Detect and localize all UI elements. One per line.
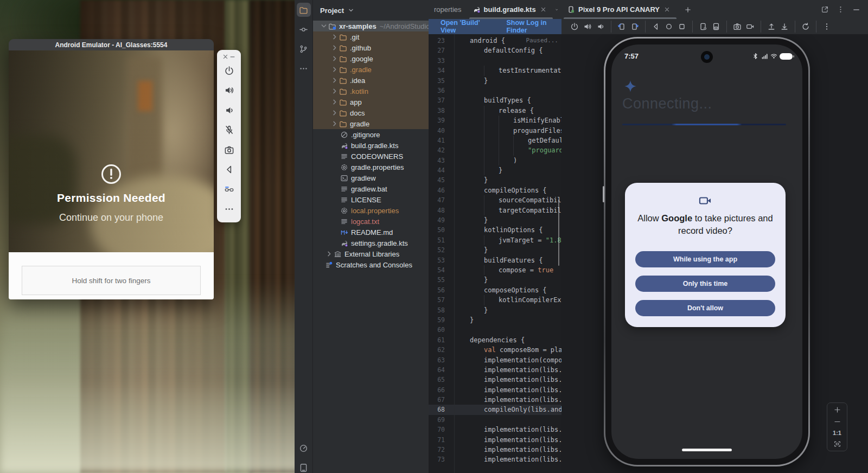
device-device-keyboard-button[interactable]: [710, 21, 723, 33]
while-using-app-button[interactable]: While using the app: [635, 251, 775, 267]
hide-panel-icon[interactable]: [852, 5, 860, 14]
tree-item--kotlin[interactable]: .kotlin: [313, 86, 429, 97]
code-line-71[interactable]: 71implementation(libs.andro: [429, 435, 561, 445]
tree-item-codeowners[interactable]: CODEOWNERS: [313, 151, 429, 162]
zoom-in-icon[interactable]: [833, 406, 841, 414]
chevron-right-icon[interactable]: [330, 65, 339, 74]
volume-down-button[interactable]: [217, 100, 241, 120]
zoom-out-icon[interactable]: [833, 418, 841, 426]
code-line-56[interactable]: 56composeOptions {: [429, 285, 561, 295]
emulator-title[interactable]: Android Emulator - AI_Glasses:5554: [9, 39, 214, 50]
device-device-settings-button[interactable]: [697, 21, 710, 33]
tab-pixel-9-pro[interactable]: Pixel 9 Pro API CANARY: [561, 0, 679, 19]
chevron-right-icon[interactable]: [330, 108, 339, 117]
code-line-35[interactable]: 35}: [429, 76, 561, 86]
device-volume-up-button[interactable]: [581, 21, 594, 33]
code-line-62[interactable]: 62val composeBom = platform: [429, 345, 561, 355]
tree-item-external-libraries[interactable]: External Libraries: [313, 248, 429, 259]
tab-build-gradle-kts[interactable]: build.gradle.kts: [467, 0, 555, 19]
tree-item-gradle[interactable]: gradle: [313, 118, 429, 129]
chevron-right-icon[interactable]: [330, 43, 339, 52]
code-line-52[interactable]: 52}: [429, 245, 561, 255]
tree-item-gradlew[interactable]: gradlew: [313, 172, 429, 183]
volume-up-button[interactable]: [217, 81, 241, 101]
tree-item--github[interactable]: .github: [313, 42, 429, 53]
code-line-59[interactable]: 59}: [429, 315, 561, 325]
emulator-screen[interactable]: Permission Needed Continue on your phone: [9, 50, 214, 252]
tree-item--gitignore[interactable]: .gitignore: [313, 129, 429, 140]
code-line-54[interactable]: 54compose = true: [429, 265, 561, 275]
code-line-67[interactable]: 67implementation(libs.kotli: [429, 395, 561, 405]
power-button[interactable]: [217, 61, 241, 81]
code-line-51[interactable]: 51jvmTarget = "1.8": [429, 235, 561, 245]
close-tab-icon[interactable]: [540, 7, 546, 12]
device-rotate-left-button[interactable]: [615, 21, 628, 33]
tree-item-docs[interactable]: docs: [313, 107, 429, 118]
device-kebab-button[interactable]: [820, 21, 833, 33]
code-line-53[interactable]: 53buildFeatures {: [429, 255, 561, 265]
tree-item-logcat-txt[interactable]: logcat.txt: [313, 216, 429, 227]
device-videocam-button[interactable]: [744, 21, 757, 33]
tree-item--gradle[interactable]: .gradle: [313, 64, 429, 75]
device-restart-button[interactable]: [799, 21, 812, 33]
open-build-view-link[interactable]: Open 'Build' View: [441, 19, 490, 34]
back-tri-button[interactable]: [217, 160, 241, 180]
code-line-27[interactable]: 27defaultConfig {: [429, 46, 561, 55]
only-this-time-button[interactable]: Only this time: [635, 276, 775, 292]
code-line-65[interactable]: 65implementation(libs.andro: [429, 375, 561, 385]
tree-item-local-properties[interactable]: local.properties: [313, 205, 429, 216]
chevron-right-icon[interactable]: [330, 54, 339, 63]
minimize-icon[interactable]: [229, 54, 235, 60]
code-line-41[interactable]: 41getDefaultProguardFile(: [429, 136, 561, 145]
code-line-73[interactable]: 73implementation(libs.andro: [429, 455, 561, 464]
tree-item-gradle-properties[interactable]: gradle.properties: [313, 162, 429, 172]
code-line-42[interactable]: 42"proguard-rules.pro": [429, 145, 561, 155]
code-line-33[interactable]: 33: [429, 56, 561, 66]
code-line-61[interactable]: 61dependencies {: [429, 335, 561, 345]
home-indicator[interactable]: [682, 449, 732, 451]
device-power-button[interactable]: [568, 21, 581, 33]
tree-item-license[interactable]: LICENSE: [313, 194, 429, 205]
code-editor[interactable]: 23android {Paused...27defaultConfig {333…: [429, 34, 561, 473]
device-volume-down-button[interactable]: [594, 21, 607, 33]
code-line-48[interactable]: 48targetCompatibility: [429, 206, 561, 215]
tree-item-gradlew-bat[interactable]: gradlew.bat: [313, 183, 429, 194]
tree-item--google[interactable]: .google: [313, 53, 429, 64]
code-line-34[interactable]: 34testInstrumentationRunner: [429, 66, 561, 75]
mic-off-button[interactable]: [217, 120, 241, 140]
camera-button[interactable]: [217, 140, 241, 160]
code-line-70[interactable]: 70implementation(libs.mater: [429, 425, 561, 434]
code-line-46[interactable]: 46compileOptions {: [429, 186, 561, 195]
chevron-right-icon[interactable]: [330, 87, 339, 95]
code-line-47[interactable]: 47sourceCompatibility: [429, 195, 561, 205]
code-line-66[interactable]: 66implementation(libs.andro: [429, 385, 561, 395]
tab-gradle-properties[interactable]: roperties: [429, 0, 467, 19]
dont-allow-button[interactable]: Don't allow: [635, 300, 775, 316]
editor-scrollbar[interactable]: [558, 200, 559, 266]
chevron-down-icon[interactable]: [320, 22, 328, 30]
tree-item-settings-gradle-kts[interactable]: settings.gradle.kts: [313, 238, 429, 248]
device-recents-button[interactable]: [675, 21, 688, 33]
tree-item-readme-md[interactable]: README.md: [313, 227, 429, 238]
device-upload-button[interactable]: [765, 21, 778, 33]
code-line-43[interactable]: 43): [429, 156, 561, 165]
device-rotate-right-button[interactable]: [628, 21, 641, 33]
code-line-39[interactable]: 39isMinifyEnabled: [429, 116, 561, 125]
chevron-right-icon[interactable]: [330, 33, 339, 41]
tree-item--idea[interactable]: .idea: [313, 75, 429, 86]
device-home-button[interactable]: [662, 21, 675, 33]
show-log-in-finder-link[interactable]: Show Log in Finder: [506, 19, 561, 34]
tab-list-chevron-icon[interactable]: [555, 5, 558, 14]
close-tab-icon[interactable]: [664, 7, 670, 12]
glasses-button[interactable]: [217, 180, 241, 200]
toolstrip-more-h-button[interactable]: [295, 59, 312, 78]
code-line-44[interactable]: 44}: [429, 165, 561, 175]
zoom-1-1-button[interactable]: 1:1: [833, 430, 841, 436]
code-line-60[interactable]: 60: [429, 325, 561, 335]
more-h-button[interactable]: [217, 200, 241, 220]
tree-item-build-gradle-kts[interactable]: build.gradle.kts: [313, 140, 429, 151]
phone-screen[interactable]: 7:57 Connecting... Allow Google: [611, 44, 802, 459]
code-line-40[interactable]: 40proguardFiles(: [429, 126, 561, 136]
code-line-58[interactable]: 58}: [429, 305, 561, 315]
code-line-63[interactable]: 63implementation(composeBom: [429, 355, 561, 365]
